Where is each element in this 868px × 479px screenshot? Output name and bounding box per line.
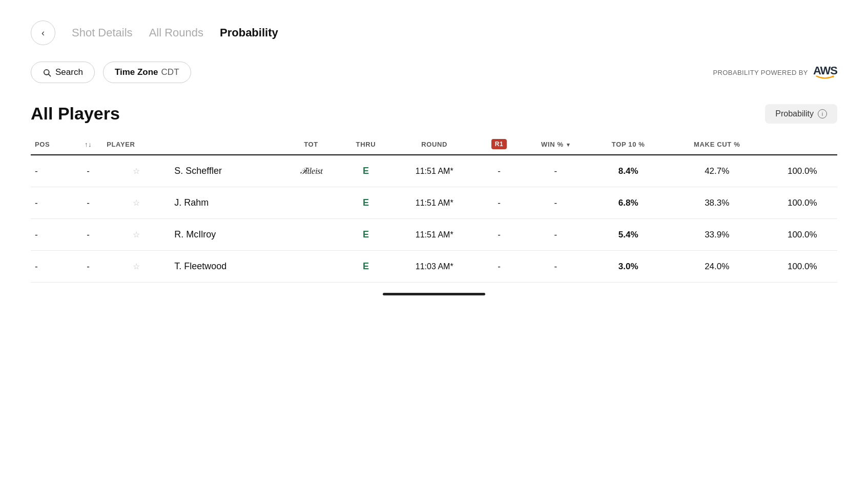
col-tot: TOT xyxy=(282,134,340,155)
section-header: All Players Probability i xyxy=(31,104,837,124)
player-name: R. McIlroy xyxy=(174,229,216,240)
favorite-star-icon[interactable]: ☆ xyxy=(133,230,140,239)
header-nav: ‹ Shot Details All Rounds Probability xyxy=(31,21,837,45)
favorite-star-icon[interactable]: ☆ xyxy=(133,262,140,271)
cell-top10-pct: 42.7% xyxy=(667,155,768,187)
cell-pos: - xyxy=(31,187,74,219)
cell-win-pct: 8.4% xyxy=(590,155,667,187)
col-r1: R1 xyxy=(477,134,521,155)
cell-thru: 11:51 AM* xyxy=(392,187,477,219)
cell-r1: - xyxy=(521,155,590,187)
win-pct-value: 8.4% xyxy=(618,166,638,176)
info-icon[interactable]: i xyxy=(818,109,827,118)
powered-by-text: PROBABILITY POWERED BY xyxy=(713,69,808,76)
col-makecut: MAKE CUT % xyxy=(667,134,768,155)
cell-top10-pct: 33.9% xyxy=(667,219,768,251)
col-win[interactable]: WIN % ▾ xyxy=(521,134,590,155)
cell-sort: - xyxy=(74,187,102,219)
score-even: E xyxy=(363,229,369,240)
cell-sponsor: 𝒯itleist xyxy=(282,155,340,187)
tee-time: 11:51 AM* xyxy=(416,230,453,239)
cell-thru: 11:51 AM* xyxy=(392,219,477,251)
score-even: E xyxy=(363,261,369,271)
table-row: --☆S. Scheffler𝒯itleistE11:51 AM*--8.4%4… xyxy=(31,155,837,187)
cell-tot: E xyxy=(340,155,391,187)
cell-win-pct: 5.4% xyxy=(590,219,667,251)
probability-selector[interactable]: Probability i xyxy=(765,104,837,124)
search-label: Search xyxy=(55,67,83,77)
cell-player-name[interactable]: S. Scheffler xyxy=(170,155,282,187)
cell-win-pct: 3.0% xyxy=(590,251,667,283)
cell-pos: - xyxy=(31,219,74,251)
col-pos: POS xyxy=(31,134,74,155)
cell-pos: - xyxy=(31,251,74,283)
tee-time: 11:03 AM* xyxy=(416,262,453,271)
cell-thru: 11:03 AM* xyxy=(392,251,477,283)
back-icon: ‹ xyxy=(42,28,45,38)
col-player: PLAYER xyxy=(102,134,170,155)
nav-shot-details[interactable]: Shot Details xyxy=(72,26,133,39)
cell-sort: - xyxy=(74,251,102,283)
cell-tot: E xyxy=(340,251,391,283)
cell-makecut-pct: 100.0% xyxy=(768,219,837,251)
cell-round: - xyxy=(477,219,521,251)
favorite-star-icon[interactable]: ☆ xyxy=(133,198,140,207)
cell-star[interactable]: ☆ xyxy=(102,251,170,283)
aws-text: aws xyxy=(813,65,837,76)
nav-all-rounds[interactable]: All Rounds xyxy=(149,26,203,39)
cell-player-name[interactable]: T. Fleetwood xyxy=(170,251,282,283)
player-name: S. Scheffler xyxy=(174,166,222,176)
cell-star[interactable]: ☆ xyxy=(102,155,170,187)
cell-star[interactable]: ☆ xyxy=(102,187,170,219)
titleist-logo: 𝒯itleist xyxy=(300,167,323,175)
svg-line-1 xyxy=(49,74,51,76)
col-thru: THRU xyxy=(340,134,391,155)
cell-top10-pct: 24.0% xyxy=(667,251,768,283)
cell-r1: - xyxy=(521,251,590,283)
table-row: --☆R. McIlroyE11:51 AM*--5.4%33.9%100.0% xyxy=(31,219,837,251)
cell-sort: - xyxy=(74,219,102,251)
player-name: J. Rahm xyxy=(174,197,209,208)
score-even: E xyxy=(363,166,369,176)
col-sort[interactable]: ↑↓ xyxy=(74,134,102,155)
search-icon xyxy=(43,68,51,77)
section-title: All Players xyxy=(31,104,120,124)
cell-makecut-pct: 100.0% xyxy=(768,187,837,219)
win-pct-value: 3.0% xyxy=(618,262,638,271)
cell-tot: E xyxy=(340,219,391,251)
col-sponsor-spacer xyxy=(170,134,282,155)
win-pct-value: 5.4% xyxy=(618,230,638,240)
aws-logo: aws xyxy=(813,65,837,79)
cell-tot: E xyxy=(340,187,391,219)
nav-probability[interactable]: Probability xyxy=(220,26,278,39)
tee-time: 11:51 AM* xyxy=(416,167,453,175)
score-even: E xyxy=(363,197,369,208)
cell-round: - xyxy=(477,187,521,219)
cell-top10-pct: 38.3% xyxy=(667,187,768,219)
cell-player-name[interactable]: J. Rahm xyxy=(170,187,282,219)
table-row: --☆T. FleetwoodE11:03 AM*--3.0%24.0%100.… xyxy=(31,251,837,283)
cell-sponsor xyxy=(282,219,340,251)
cell-round: - xyxy=(477,251,521,283)
win-pct-value: 6.8% xyxy=(618,198,638,208)
cell-star[interactable]: ☆ xyxy=(102,219,170,251)
controls-row: Search Time Zone CDT PROBABILITY POWERED… xyxy=(31,62,837,83)
sort-arrows-icon: ↑↓ xyxy=(85,141,92,148)
probability-selector-label: Probability xyxy=(775,109,814,118)
search-button[interactable]: Search xyxy=(31,62,95,83)
timezone-value: CDT xyxy=(161,67,179,77)
powered-by: PROBABILITY POWERED BY aws xyxy=(713,65,837,79)
cell-thru: 11:51 AM* xyxy=(392,155,477,187)
favorite-star-icon[interactable]: ☆ xyxy=(133,167,140,175)
cell-makecut-pct: 100.0% xyxy=(768,251,837,283)
cell-sponsor xyxy=(282,187,340,219)
cell-r1: - xyxy=(521,219,590,251)
back-button[interactable]: ‹ xyxy=(31,21,55,45)
timezone-button[interactable]: Time Zone CDT xyxy=(103,62,191,83)
r1-badge: R1 xyxy=(491,139,507,149)
cell-r1: - xyxy=(521,187,590,219)
cell-pos: - xyxy=(31,155,74,187)
table-row: --☆J. RahmE11:51 AM*--6.8%38.3%100.0% xyxy=(31,187,837,219)
player-name: T. Fleetwood xyxy=(174,261,226,271)
cell-player-name[interactable]: R. McIlroy xyxy=(170,219,282,251)
